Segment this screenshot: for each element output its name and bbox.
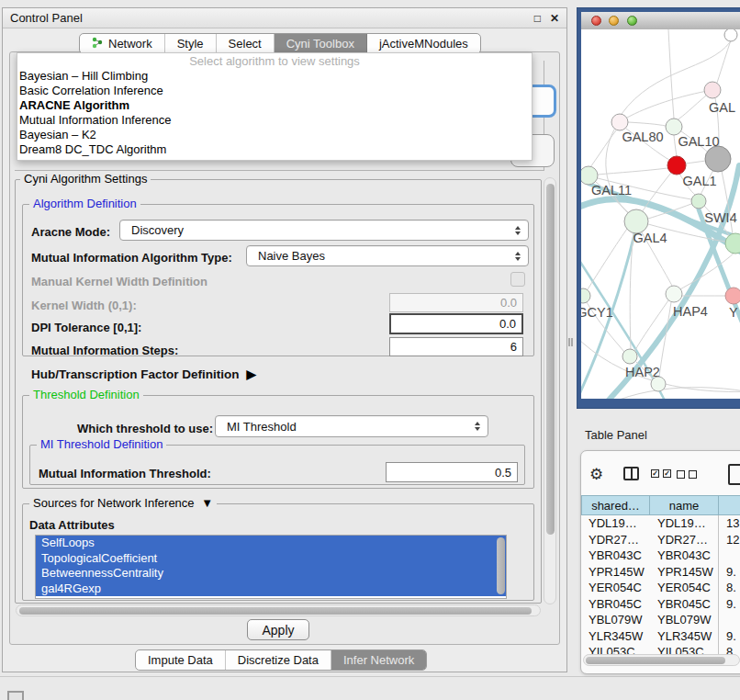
table-cell[interactable]: YBR045C: [581, 596, 650, 613]
settings-vertical-scrollbar[interactable]: [544, 177, 556, 604]
network-node[interactable]: [704, 82, 721, 98]
table-cell[interactable]: YBL079W: [650, 612, 719, 628]
table-cell[interactable]: 9.: [719, 628, 740, 645]
unchecked-checkbox-icon[interactable]: [677, 470, 685, 479]
table-cell[interactable]: YER054C: [581, 580, 650, 596]
network-edge[interactable]: [674, 135, 677, 156]
network-node[interactable]: [705, 146, 731, 172]
minimized-panel-fragment[interactable]: [7, 691, 24, 700]
network-edge[interactable]: [635, 300, 668, 350]
network-edge[interactable]: [590, 130, 616, 167]
algorithm-popup-item[interactable]: Bayesian – K2: [17, 128, 532, 142]
attribute-list-item[interactable]: TopologicalCoefficient: [36, 551, 506, 567]
table-cell[interactable]: [719, 548, 740, 564]
minimize-traffic-light[interactable]: [609, 16, 619, 26]
tab-discretize-data[interactable]: Discretize Data: [226, 650, 331, 670]
collapsed-arrow-icon[interactable]: ▶: [247, 367, 256, 381]
tab-select[interactable]: Select: [217, 34, 275, 53]
table-hscroll-thumb[interactable]: [586, 657, 725, 664]
mi-threshold-field[interactable]: [386, 462, 518, 482]
attribute-list-item[interactable]: BetweennessCentrality: [36, 566, 506, 581]
table-cell[interactable]: YDR27…: [581, 532, 650, 548]
network-node[interactable]: [611, 114, 628, 130]
close-window-icon[interactable]: ✕: [550, 13, 559, 24]
table-horizontal-scrollbar[interactable]: [583, 654, 740, 666]
table-cell[interactable]: YBR045C: [650, 596, 719, 613]
settings-horizontal-scrollbar[interactable]: [16, 604, 541, 616]
tab-infer-network[interactable]: Infer Network: [331, 650, 426, 670]
network-edge[interactable]: [668, 29, 674, 119]
network-edge[interactable]: [686, 161, 706, 164]
network-window-titlebar[interactable]: [581, 12, 740, 30]
float-window-icon[interactable]: □: [534, 13, 541, 24]
network-edge[interactable]: [677, 96, 706, 120]
network-node[interactable]: [651, 377, 666, 391]
sources-legend[interactable]: Sources for Network Inference ▼: [29, 497, 217, 510]
network-node[interactable]: [581, 166, 598, 185]
table-cell[interactable]: YLR345W: [581, 628, 650, 645]
gear-icon[interactable]: ⚙: [589, 465, 603, 483]
apply-button[interactable]: Apply: [247, 619, 309, 640]
table-cell[interactable]: YDL19…: [650, 515, 719, 532]
zoom-traffic-light[interactable]: [627, 16, 637, 26]
network-node[interactable]: [691, 194, 706, 209]
network-edge[interactable]: [717, 40, 731, 83]
mi-steps-field[interactable]: [389, 337, 523, 356]
close-traffic-light[interactable]: [591, 16, 601, 26]
algorithm-popup-item[interactable]: Mutual Information Inference: [17, 113, 532, 128]
table-cell[interactable]: YPR145W: [581, 564, 650, 581]
network-node[interactable]: [666, 286, 682, 302]
algorithm-popup-item[interactable]: Basic Correlation Inference: [17, 84, 532, 98]
settings-vscroll-thumb[interactable]: [546, 184, 555, 535]
mi-type-combo[interactable]: Naive Bayes: [246, 245, 529, 266]
network-node[interactable]: [581, 288, 590, 303]
table-cell[interactable]: YDR27…: [650, 532, 719, 548]
network-node[interactable]: [666, 119, 682, 135]
attribute-list-item[interactable]: SelfLoops: [36, 536, 506, 551]
table-column-header[interactable]: name: [650, 495, 719, 515]
table-cell[interactable]: 9.: [719, 596, 740, 613]
unchecked-checkbox-icon[interactable]: [689, 470, 697, 479]
algorithm-popup-item[interactable]: Dream8 DC_TDC Algorithm: [17, 142, 532, 157]
table-cell[interactable]: 13: [719, 515, 740, 532]
network-node[interactable]: [725, 233, 740, 254]
tab-impute-data[interactable]: Impute Data: [136, 650, 226, 670]
network-node[interactable]: [725, 288, 740, 304]
table-cell[interactable]: YPR145W: [650, 564, 719, 581]
checked-checkbox-icon[interactable]: ✓: [651, 469, 659, 478]
table-cell[interactable]: YBR043C: [581, 548, 650, 564]
settings-hscroll-thumb[interactable]: [19, 607, 532, 615]
checked-checkbox-icon[interactable]: ✓: [663, 469, 671, 478]
algorithm-popup-item[interactable]: Bayesian – Hill Climbing: [17, 69, 532, 84]
table-cell[interactable]: [719, 612, 740, 628]
network-graph[interactable]: GALGAL80GAL10GAL1GAL11SWI4GAL4GCY1HAP4YH…: [581, 29, 740, 399]
column-selector-icon[interactable]: [623, 467, 639, 480]
splitter-handle[interactable]: [568, 338, 573, 346]
table-cell[interactable]: 12: [719, 532, 740, 548]
network-canvas[interactable]: GALGAL80GAL10GAL1GAL11SWI4GAL4GCY1HAP4YH…: [581, 29, 740, 399]
expanded-arrow-icon[interactable]: ▼: [201, 496, 213, 510]
table-cell[interactable]: 8.: [719, 580, 740, 596]
tab-network[interactable]: Network: [80, 34, 165, 53]
hub-definition-toggle[interactable]: Hub/Transcription Factor Definition▶: [31, 367, 256, 381]
algorithm-popup-item[interactable]: ARACNE Algorithm: [17, 98, 532, 113]
attribute-list-item[interactable]: gal4RGexp: [36, 581, 506, 597]
network-edge[interactable]: [628, 122, 666, 126]
tab-jactivemnodules[interactable]: jActiveMNodules: [367, 34, 480, 53]
network-node[interactable]: [667, 156, 686, 175]
network-edge[interactable]: [598, 168, 667, 175]
table-column-header[interactable]: shared…: [581, 495, 650, 515]
tab-cyni-toolbox[interactable]: Cyni Toolbox: [275, 34, 367, 53]
function-builder-icon[interactable]: [728, 464, 740, 485]
table-column-header[interactable]: [719, 495, 740, 515]
table-cell[interactable]: YLR345W: [650, 628, 719, 645]
network-node[interactable]: [724, 29, 737, 41]
attributes-vscroll-thumb[interactable]: [497, 537, 505, 594]
data-attributes-list[interactable]: SelfLoopsTopologicalCoefficientBetweenne…: [35, 535, 507, 599]
dpi-tolerance-field[interactable]: [389, 313, 523, 334]
table-cell[interactable]: YDL19…: [581, 515, 650, 532]
aracne-mode-combo[interactable]: Discovery: [119, 220, 529, 241]
table-cell[interactable]: 9.: [719, 564, 740, 581]
table-cell[interactable]: YBR043C: [650, 548, 719, 564]
tab-style[interactable]: Style: [165, 34, 217, 53]
